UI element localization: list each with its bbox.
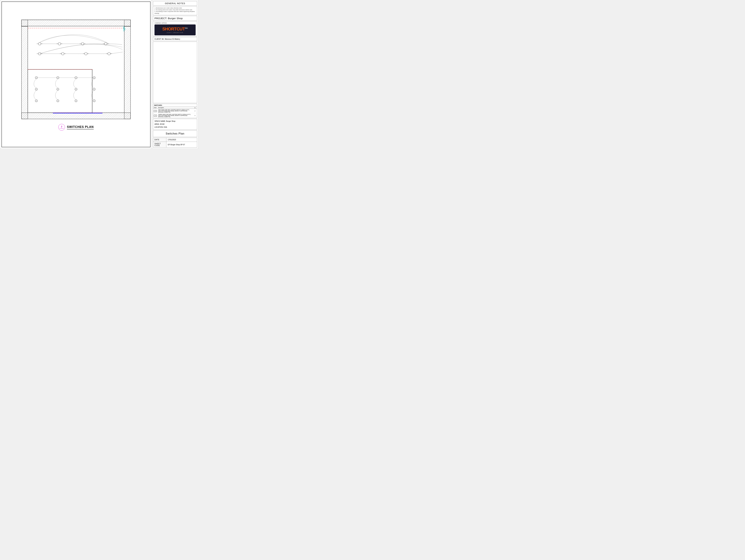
svg-text:①: ① xyxy=(94,89,95,90)
general-notes-content: 1. All dimensions are in meter unless ot… xyxy=(153,6,197,15)
company-label: COMPANY/ OFFICE: xyxy=(155,22,196,24)
date-value: 17/01/2023 xyxy=(166,138,197,142)
svg-rect-9 xyxy=(28,69,92,113)
drawing-code: P-GR-SP xyxy=(60,128,64,129)
switch-qty-2: 3 xyxy=(193,113,197,118)
code-value: GF-Burger Shop-SP-07 xyxy=(166,142,197,147)
client-label: CLIENT: xyxy=(155,38,161,40)
svg-point-38 xyxy=(108,53,110,55)
space-name-value: Burger Shop xyxy=(166,120,175,122)
area-line: AREA: 38 M2 xyxy=(155,123,196,126)
info-panel: GENERAL NOTES 1. All dimensions are in m… xyxy=(152,0,198,149)
company-name: SHORTCUTdec xyxy=(162,27,188,32)
svg-point-32 xyxy=(61,53,64,55)
code-label: SHEET CODE xyxy=(153,142,166,147)
switch-desc-2: THREE GANG ONE WAY LIGHTING SWITCH 1200m… xyxy=(158,113,193,118)
col-draw: Draw xyxy=(153,107,158,109)
switch-desc-1: TWO GANG ONE WAY LIGHTING SWITCH 1200mm … xyxy=(158,109,193,113)
floor-plan-svg: ① ① ① ① ① xyxy=(20,18,132,121)
code-row: SHEET CODE GF-Burger Shop-SP-07 xyxy=(153,142,197,147)
svg-point-20 xyxy=(58,42,61,45)
client-box: CLIENT: Mr. Mansour El-Matery xyxy=(153,37,197,41)
location-line: LOCATION: KSA xyxy=(155,126,196,129)
svg-text:①: ① xyxy=(57,100,58,101)
sheet-title-box: Switches Plan xyxy=(153,130,197,137)
svg-text:①: ① xyxy=(75,77,76,78)
project-label: PROJECT: xyxy=(155,17,167,20)
area-value: 38 M2 xyxy=(160,123,165,125)
space-info-box: SPACE NAME: Burger Shop AREA: 38 M2 LOCA… xyxy=(153,119,197,130)
client-name: Mr. Mansour El-Matery xyxy=(162,38,180,40)
switch-icon-2: ✦ xyxy=(153,113,158,118)
note-3: 3. This drawing to read in conjunction w… xyxy=(155,11,196,14)
page: ① ① ① ① ① xyxy=(0,0,198,149)
project-box: PROJECT: Burger Shop xyxy=(153,16,197,21)
location-value: KSA xyxy=(164,126,167,128)
switch-draw-1: ✦ xyxy=(154,110,157,112)
switches-header: SWITCHES: xyxy=(153,104,197,107)
area-label: AREA: xyxy=(155,123,159,125)
table-row: ✦ TWO GANG ONE WAY LIGHTING SWITCH 1200m… xyxy=(153,109,197,113)
switches-section: SWITCHES: Draw Description Q ✦ TWO GANG … xyxy=(153,104,197,118)
svg-rect-6 xyxy=(22,20,28,119)
company-name-part1: SHORTCU xyxy=(162,27,183,31)
company-logo: SHORTCUTdec JUST CREATION xyxy=(155,25,196,35)
date-label: DATE xyxy=(153,138,166,142)
date-code-table: DATE 17/01/2023 SHEET CODE GF-Burger Sho… xyxy=(153,138,197,147)
general-notes-box: GENERAL NOTES xyxy=(153,1,197,6)
svg-point-35 xyxy=(85,53,87,55)
svg-text:①: ① xyxy=(36,89,37,90)
drawing-area: ① ① ① ① ① xyxy=(0,0,152,149)
svg-rect-5 xyxy=(22,113,131,119)
switch-icon-1: ✦ xyxy=(153,109,158,113)
sketch-area xyxy=(153,42,197,103)
drawing-number-circle: 7 P-GR-SP xyxy=(58,124,65,131)
svg-point-17 xyxy=(38,42,41,45)
svg-text:①: ① xyxy=(75,89,76,90)
drawing-number: 7 xyxy=(61,126,62,128)
date-row: DATE 17/01/2023 xyxy=(153,138,197,142)
drawing-label: 7 P-GR-SP SWITCHES PLAN xyxy=(58,124,94,131)
table-row: ✦ THREE GANG ONE WAY LIGHTING SWITCH 120… xyxy=(153,113,197,118)
switch-qty-1: 2 xyxy=(193,109,197,113)
svg-text:①: ① xyxy=(57,89,58,90)
svg-rect-7 xyxy=(124,20,131,119)
floor-plan-container: ① ① ① ① ① xyxy=(20,18,132,121)
switches-table: Draw Description Q ✦ TWO GANG ONE WAY LI… xyxy=(153,107,197,118)
company-tagline: JUST CREATION xyxy=(167,32,184,33)
sheet-title: Switches Plan xyxy=(166,132,185,135)
company-name-part2: T xyxy=(183,27,185,31)
svg-text:①: ① xyxy=(75,100,76,101)
space-name-line: SPACE NAME: Burger Shop xyxy=(155,120,196,123)
company-name-suffix: dec xyxy=(185,27,188,29)
general-notes-title: GENERAL NOTES xyxy=(155,2,196,5)
drawing-title: SWITCHES PLAN xyxy=(67,125,94,129)
col-description: Description xyxy=(158,107,193,109)
note-2: 2. The drawing shall not be scaled. Only… xyxy=(155,9,196,11)
switch-draw-2: ✦ xyxy=(154,115,157,117)
svg-text:①: ① xyxy=(94,100,95,101)
location-label: LOCATION: xyxy=(155,126,163,128)
company-box: COMPANY/ OFFICE: SHORTCUTdec JUST CREATI… xyxy=(153,21,197,36)
project-title: PROJECT: Burger Shop xyxy=(155,17,183,20)
space-name-label: SPACE NAME: xyxy=(155,120,166,122)
svg-rect-4 xyxy=(22,20,131,26)
svg-text:①: ① xyxy=(57,77,58,78)
svg-text:①: ① xyxy=(36,100,37,101)
svg-text:①: ① xyxy=(36,77,37,78)
col-qty: Q xyxy=(193,107,197,109)
note-1: 1. All dimensions are in meter unless ot… xyxy=(155,7,196,9)
project-name: Burger Shop xyxy=(168,17,183,20)
svg-text:①: ① xyxy=(94,77,95,78)
